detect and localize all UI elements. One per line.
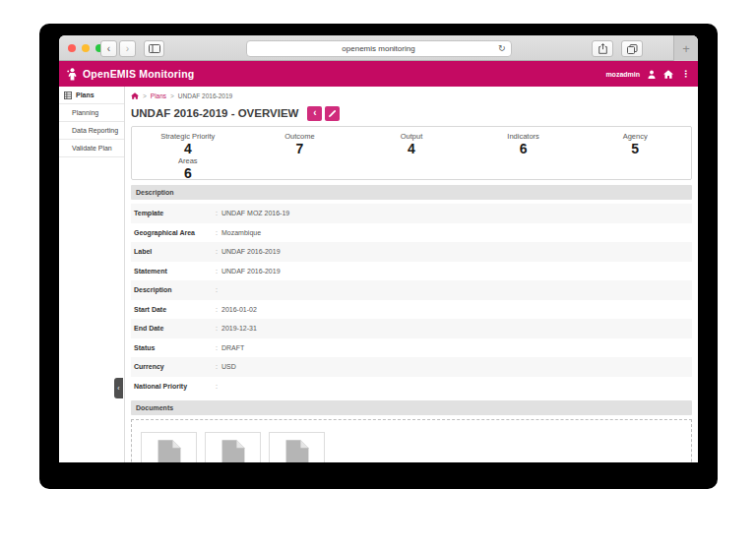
detail-colon: : — [216, 286, 221, 293]
back-to-list-button[interactable]: ‹ — [307, 106, 322, 121]
document-card[interactable] — [205, 432, 261, 462]
detail-label: Statement — [134, 268, 216, 275]
stat-strategic-priority: Strategic Priority 4 Areas 6 — [132, 132, 244, 179]
detail-value: 2019-12-31 — [221, 325, 257, 332]
address-bar-text: openemis monitoring — [247, 41, 511, 56]
section-header-documents: Documents — [131, 400, 692, 415]
edit-button[interactable] — [325, 106, 340, 121]
stat-outcome: Outcome 7 — [244, 132, 356, 179]
grid-icon — [64, 92, 72, 99]
breadcrumb-current: UNDAF 2016-2019 — [178, 92, 232, 99]
address-bar[interactable]: openemis monitoring ↻ — [246, 40, 512, 57]
detail-row-statement: Statement : UNDAF 2016-2019 — [131, 262, 692, 281]
app-header: OpenEMIS Monitoring mozadmin — [59, 61, 698, 87]
app-title: OpenEMIS Monitoring — [83, 68, 194, 80]
section-header-description: Description — [131, 185, 692, 200]
header-actions: mozadmin ⋮ — [605, 69, 690, 79]
detail-row-status: Status : DRAFT — [131, 338, 692, 358]
browser-window: ‹ › openemis monitoring ↻ — [59, 35, 698, 462]
stat-value: 7 — [244, 142, 356, 156]
home-icon[interactable] — [663, 70, 673, 79]
stat-value: 4 — [355, 142, 468, 156]
sidebar-item-validate-plan[interactable]: Validate Plan — [59, 140, 124, 157]
detail-row-template: Template : UNDAF MOZ 2016-19 — [131, 204, 692, 223]
detail-row-currency: Currency : USD — [131, 357, 692, 377]
app-body: Plans Planning Data Reporting Validate P… — [59, 87, 698, 462]
stat-value: 5 — [579, 142, 691, 156]
minimize-window-button[interactable] — [82, 44, 90, 52]
stat-sub-value: 6 — [132, 166, 244, 181]
tabs-overview-icon — [627, 44, 638, 54]
window-controls — [68, 44, 103, 52]
detail-row-geographical-area: Geographical Area : Mozambique — [131, 223, 692, 243]
refresh-icon[interactable]: ↻ — [498, 41, 506, 56]
document-card[interactable] — [141, 432, 197, 462]
new-tab-button[interactable]: + — [673, 35, 698, 61]
overflow-menu-icon[interactable]: ⋮ — [681, 69, 690, 79]
detail-row-start-date: Start Date : 2016-01-02 — [131, 300, 692, 320]
file-icon — [284, 439, 311, 462]
stat-agency: Agency 5 — [579, 132, 691, 179]
detail-row-end-date: End Date : 2019-12-31 — [131, 319, 692, 338]
sidebar-toggle-icon — [149, 44, 160, 53]
sidebar-collapse-handle[interactable]: ‹ — [114, 378, 123, 398]
detail-label: Template — [134, 210, 216, 216]
detail-value: UNDAF 2016-2019 — [221, 268, 281, 275]
browser-sidebar-button[interactable] — [144, 40, 164, 57]
detail-colon: : — [216, 383, 221, 390]
browser-forward-button[interactable]: › — [119, 40, 136, 57]
detail-label: End Date — [134, 325, 216, 332]
page-background: ‹ › openemis monitoring ↻ — [0, 0, 756, 550]
breadcrumb-separator: > — [143, 92, 147, 99]
sidebar-item-data-reporting[interactable]: Data Reporting — [59, 122, 124, 140]
browser-back-button[interactable]: ‹ — [100, 40, 117, 57]
detail-label: Status — [134, 344, 216, 351]
file-icon — [156, 439, 183, 462]
sidebar-item-label: Data Reporting — [72, 127, 118, 134]
close-window-button[interactable] — [68, 44, 76, 52]
detail-value: 2016-01-02 — [221, 306, 257, 313]
sidebar-item-plans[interactable]: Plans — [59, 87, 124, 104]
stat-indicators: Indicators 6 — [468, 132, 580, 179]
detail-value: DRAFT — [221, 344, 244, 351]
openemis-logo-icon — [67, 68, 78, 81]
sidebar: Plans Planning Data Reporting Validate P… — [59, 87, 125, 462]
detail-label: Label — [134, 248, 216, 255]
sidebar-item-label: Validate Plan — [72, 145, 112, 152]
stat-value: 6 — [468, 142, 580, 156]
browser-tabs-button[interactable] — [621, 40, 643, 57]
brand: OpenEMIS Monitoring — [67, 68, 194, 81]
detail-row-description: Description : — [131, 280, 692, 300]
title-row: UNDAF 2016-2019 - OVERVIEW ‹ — [131, 102, 692, 124]
page-title: UNDAF 2016-2019 - OVERVIEW — [131, 107, 298, 119]
breadcrumb: > Plans > UNDAF 2016-2019 — [131, 87, 692, 102]
stat-value: 4 — [132, 142, 244, 156]
breadcrumb-home-icon[interactable] — [131, 92, 139, 99]
user-icon[interactable] — [648, 70, 656, 79]
file-icon — [220, 439, 247, 462]
detail-value: UNDAF 2016-2019 — [221, 248, 281, 255]
sidebar-item-planning[interactable]: Planning — [59, 104, 124, 122]
detail-label: Geographical Area — [134, 229, 216, 236]
stats-panel: Strategic Priority 4 Areas 6 Outcome 7 O… — [131, 126, 692, 180]
documents-dropzone[interactable] — [131, 419, 692, 462]
sidebar-item-label: Plans — [76, 92, 94, 98]
browser-share-button[interactable] — [592, 40, 613, 57]
main-content: > Plans > UNDAF 2016-2019 UNDAF 2016-201… — [125, 87, 698, 462]
document-card[interactable] — [269, 432, 325, 462]
detail-label: National Priority — [134, 383, 216, 390]
username-label[interactable]: mozadmin — [605, 71, 640, 78]
device-frame: ‹ › openemis monitoring ↻ — [39, 24, 718, 489]
detail-label: Currency — [134, 363, 216, 370]
detail-value: Mozambique — [221, 229, 261, 236]
detail-label: Description — [134, 286, 216, 293]
detail-value: USD — [221, 363, 236, 370]
breadcrumb-link-plans[interactable]: Plans — [151, 92, 166, 99]
stat-output: Output 4 — [355, 132, 468, 179]
details-table: Template : UNDAF MOZ 2016-19 Geographica… — [131, 204, 692, 396]
detail-row-label: Label : UNDAF 2016-2019 — [131, 242, 692, 262]
share-icon — [598, 43, 607, 54]
sidebar-item-label: Planning — [72, 109, 98, 116]
breadcrumb-separator: > — [170, 92, 174, 99]
pencil-icon — [328, 109, 337, 118]
